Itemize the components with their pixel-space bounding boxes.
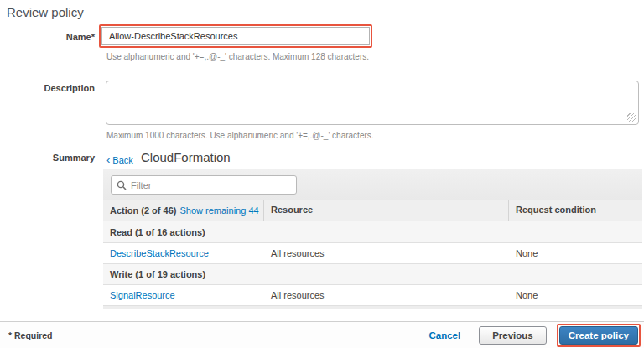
back-link-label: Back: [112, 155, 132, 165]
required-note: * Required: [8, 330, 53, 340]
name-hint: Use alphanumeric and '+=,.@-_' character…: [106, 52, 369, 61]
show-remaining-link[interactable]: Show remaining 44: [179, 205, 258, 216]
table-header-row: Action (2 of 46) Show remaining 44 Resou…: [103, 200, 642, 221]
description-label: Description: [0, 83, 95, 93]
textarea-resize-handle[interactable]: [627, 113, 636, 122]
magnifier-icon: [117, 180, 127, 190]
name-label: Name*: [0, 32, 95, 42]
annotation-highlight-name-input: [99, 24, 372, 48]
read-section-label[interactable]: Read (1 of 16 actions): [110, 227, 205, 237]
resource-cell: All resources: [264, 290, 509, 300]
cancel-link[interactable]: Cancel: [428, 330, 460, 340]
filter-input-wrap: [111, 175, 297, 195]
description-hint: Maximum 1000 characters. Use alphanumeri…: [106, 131, 374, 140]
page-title: Review policy: [7, 5, 84, 19]
write-section-label[interactable]: Write (1 of 19 actions): [110, 269, 205, 279]
column-header-action: Action (2 of 46) Show remaining 44: [103, 200, 264, 221]
back-link[interactable]: ‹Back: [106, 153, 133, 166]
create-policy-button[interactable]: Create policy: [559, 326, 638, 345]
service-name: CloudFormation: [141, 150, 231, 164]
filter-bar: [103, 169, 642, 200]
table-row: SignalResource All resources None: [103, 285, 642, 306]
section-row-read: Read (1 of 16 actions): [103, 221, 642, 243]
filter-input[interactable]: [131, 180, 291, 190]
table-row: DescribeStackResource All resources None: [103, 243, 642, 264]
previous-button[interactable]: Previous: [479, 326, 547, 345]
action-header-label: Action (2 of 46): [110, 205, 176, 216]
column-header-resource: Resource: [264, 200, 509, 221]
footer-actions: Cancel Previous Create policy: [428, 322, 641, 348]
footer-bar: * Required Cancel Previous Create policy: [0, 321, 644, 348]
summary-label: Summary: [0, 153, 95, 163]
review-policy-page: Review policy Name* Use alphanumeric and…: [0, 0, 644, 348]
section-row-write: Write (1 of 19 actions): [103, 264, 642, 285]
resource-header-label[interactable]: Resource: [271, 205, 313, 216]
resource-cell: All resources: [264, 248, 509, 258]
chevron-left-icon: ‹: [106, 153, 110, 166]
summary-panel: Action (2 of 46) Show remaining 44 Resou…: [103, 169, 642, 309]
annotation-highlight-create-button: Create policy: [557, 324, 641, 347]
column-header-request-condition: Request condition: [509, 200, 642, 221]
policy-name-input[interactable]: [101, 27, 370, 45]
request-condition-header-label[interactable]: Request condition: [516, 205, 596, 216]
action-link-describestackresource[interactable]: DescribeStackResource: [110, 248, 209, 258]
request-condition-cell: None: [509, 248, 642, 258]
policy-description-textarea[interactable]: [106, 81, 639, 125]
request-condition-cell: None: [509, 290, 642, 300]
action-link-signalresource[interactable]: SignalResource: [110, 290, 175, 300]
